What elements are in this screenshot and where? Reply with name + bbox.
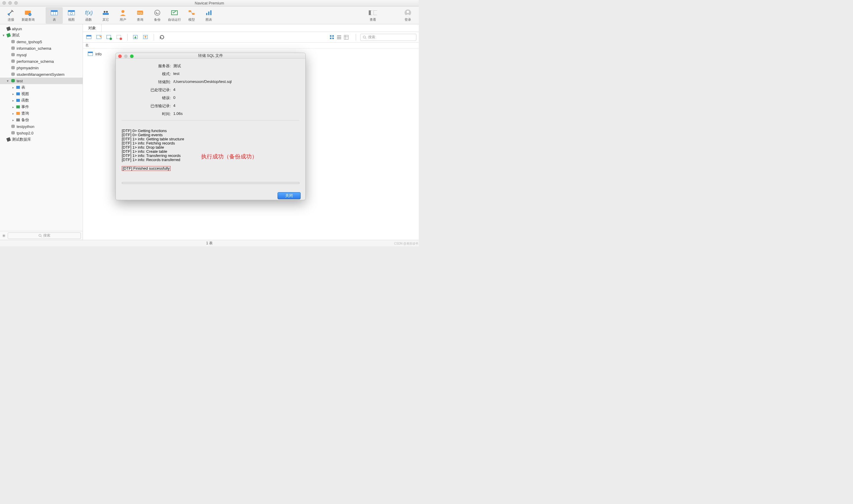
- db-child-item[interactable]: ▸视图: [0, 91, 83, 97]
- annotation-text: 执行成功（备份成功）: [201, 154, 257, 160]
- dialog-close-icon[interactable]: [118, 54, 122, 58]
- tb-label: 备份: [154, 17, 161, 22]
- tb-label: 图表: [206, 17, 212, 22]
- svg-point-31: [407, 11, 409, 13]
- db-child-item[interactable]: ▸函数: [0, 97, 83, 104]
- close-button[interactable]: 关闭: [278, 192, 301, 199]
- svg-point-14: [106, 11, 108, 13]
- tb-model[interactable]: 模型: [183, 7, 200, 24]
- db-child-item[interactable]: ▸备份: [0, 117, 83, 123]
- statusbar: 1 表: [0, 240, 419, 246]
- minimize-window-icon[interactable]: [8, 1, 12, 5]
- dialog-summary: 服务器:测试 模式:test 转储到:/Users/comesoon/Deskt…: [122, 64, 299, 121]
- db-item[interactable]: demo_tpshop5: [0, 38, 83, 45]
- db-child-item[interactable]: ▸事件: [0, 104, 83, 110]
- tb-label: 新建查询: [22, 17, 35, 22]
- svg-point-50: [39, 234, 41, 237]
- tb-functions[interactable]: f(x)函数: [80, 7, 97, 24]
- table-name: info: [95, 52, 102, 56]
- svg-rect-68: [344, 35, 348, 39]
- db-test[interactable]: ▼test: [0, 77, 83, 84]
- tb-view[interactable]: 查看: [364, 7, 381, 24]
- list-header: 名: [83, 43, 419, 49]
- svg-rect-62: [332, 35, 334, 37]
- dialog-zoom-icon[interactable]: [130, 54, 134, 58]
- grid-view-icon[interactable]: [330, 35, 334, 40]
- close-window-icon[interactable]: [2, 1, 6, 5]
- sidebar: aliyun ▼测试 demo_tpshop5information_schem…: [0, 24, 83, 240]
- sidebar-footer: 搜索: [0, 231, 83, 240]
- db-item[interactable]: studentManagementSystem: [0, 71, 83, 77]
- db-item[interactable]: information_schema: [0, 45, 83, 52]
- svg-point-58: [120, 38, 122, 40]
- tb-label: 自动运行: [168, 17, 181, 22]
- tb-others[interactable]: 其它: [97, 7, 114, 24]
- conn-ceshi[interactable]: ▼测试: [0, 32, 83, 38]
- object-search[interactable]: 搜索: [360, 34, 416, 41]
- tb-charts[interactable]: 图表: [200, 7, 217, 24]
- new-table-icon[interactable]: [105, 34, 113, 41]
- delete-table-icon[interactable]: [115, 34, 123, 41]
- svg-rect-28: [373, 11, 377, 15]
- app-window: Navicat Premium 连接 +新建查询 表 视图 f(x)函数 其它 …: [0, 0, 419, 246]
- svg-rect-43: [16, 99, 20, 102]
- log-line: [DTF] 1> info: Getting table structure: [122, 137, 299, 141]
- tb-new-query[interactable]: +新建查询: [20, 7, 37, 24]
- svg-rect-44: [16, 105, 20, 108]
- svg-rect-61: [330, 35, 332, 37]
- tb-label: 模型: [189, 17, 195, 22]
- search-icon: [363, 36, 367, 39]
- detail-view-icon[interactable]: [344, 35, 349, 40]
- tb-label: 表: [53, 17, 56, 22]
- db-item[interactable]: mysql: [0, 52, 83, 58]
- tb-login[interactable]: 登录: [399, 7, 416, 24]
- tb-label: 查看: [370, 17, 376, 22]
- titlebar: Navicat Premium: [0, 0, 419, 6]
- import-icon[interactable]: [132, 34, 140, 41]
- tb-tables[interactable]: 表: [46, 7, 63, 24]
- db-item[interactable]: tpshop2.0: [0, 130, 83, 136]
- svg-rect-20: [189, 11, 191, 12]
- conn-ceshidb[interactable]: 测试数据库: [0, 136, 83, 143]
- svg-rect-32: [6, 26, 11, 31]
- dialog-title: 转储 SQL 文件: [198, 53, 223, 58]
- settings-icon[interactable]: [2, 234, 6, 238]
- tb-users[interactable]: 用户: [114, 7, 131, 24]
- dialog-min-icon: [124, 54, 128, 58]
- log-final-line: [DTF] Finished successfully: [122, 166, 171, 171]
- db-child-item[interactable]: ▸查询: [0, 110, 83, 117]
- log-line: [DTF] 1> info: Fetching records: [122, 141, 299, 145]
- svg-rect-19: [172, 11, 177, 15]
- db-child-item[interactable]: ▸表: [0, 84, 83, 91]
- design-table-icon[interactable]: [95, 34, 103, 41]
- tb-connection[interactable]: 连接: [2, 7, 20, 24]
- zoom-window-icon[interactable]: [14, 1, 18, 5]
- svg-rect-49: [6, 137, 11, 142]
- view-modes: [330, 35, 349, 40]
- search-icon: [38, 234, 42, 237]
- svg-rect-46: [16, 119, 20, 121]
- dialog-body: 服务器:测试 模式:test 转储到:/Users/comesoon/Deskt…: [116, 59, 305, 192]
- svg-rect-24: [208, 12, 209, 15]
- db-item[interactable]: performance_schema: [0, 58, 83, 65]
- refresh-icon[interactable]: [158, 34, 166, 41]
- svg-rect-45: [16, 112, 20, 115]
- svg-rect-12: [103, 13, 109, 15]
- progress-bar: [122, 182, 299, 184]
- svg-rect-42: [16, 92, 20, 95]
- list-view-icon[interactable]: [337, 35, 341, 40]
- sidebar-search[interactable]: 搜索: [8, 232, 81, 239]
- tb-backup[interactable]: 备份: [149, 7, 166, 24]
- db-item[interactable]: testpython: [0, 123, 83, 130]
- tb-query[interactable]: SQL查询: [131, 7, 149, 24]
- export-icon[interactable]: [142, 34, 149, 41]
- tb-views[interactable]: 视图: [63, 7, 80, 24]
- tb-automation[interactable]: 自动运行: [166, 7, 183, 24]
- window-controls: [2, 1, 18, 5]
- tab-objects[interactable]: 对象: [83, 24, 102, 32]
- svg-rect-41: [16, 86, 20, 89]
- conn-aliyun[interactable]: aliyun: [0, 25, 83, 32]
- db-item[interactable]: phpmyadmin: [0, 65, 83, 71]
- svg-rect-33: [6, 33, 11, 37]
- open-table-icon[interactable]: [85, 34, 93, 41]
